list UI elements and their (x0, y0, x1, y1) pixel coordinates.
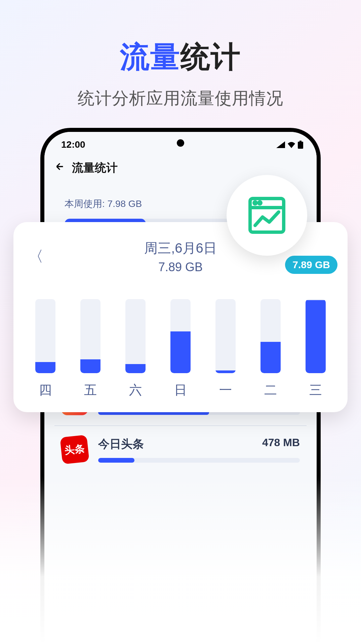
bar-chart: 四五六日一二三 (29, 294, 332, 399)
bar-column[interactable]: 六 (122, 299, 149, 399)
bar-track (80, 299, 101, 373)
bar-fill (80, 359, 101, 373)
bar-fill (125, 364, 146, 373)
app-usage-track (98, 458, 300, 463)
bar-fill (260, 342, 281, 373)
hero-title-normal: 统计 (180, 40, 241, 73)
chart-prev-button[interactable]: 〈 (29, 247, 43, 266)
status-time: 12:00 (61, 139, 85, 150)
feature-icon-circle (227, 175, 307, 256)
svg-point-7 (254, 202, 256, 204)
back-button[interactable] (54, 161, 65, 175)
bar-label: 日 (174, 382, 187, 399)
bar-track (260, 299, 281, 373)
hero-title: 流量统计 (0, 0, 361, 77)
bar-label: 五 (84, 382, 97, 399)
bar-track (215, 299, 236, 373)
app-icon-toutiao: 头条 (60, 435, 89, 464)
camera-notch (177, 139, 184, 147)
hero-title-accent: 流量 (120, 40, 180, 73)
hero-subtitle: 统计分析应用流量使用情况 (0, 87, 361, 110)
svg-rect-0 (299, 141, 302, 142)
wifi-icon (287, 141, 296, 148)
bar-column[interactable]: 二 (257, 299, 284, 399)
bar-label: 二 (264, 382, 277, 399)
bar-fill (35, 362, 55, 373)
bar-column[interactable]: 三 (302, 299, 329, 399)
chart-card: 〈 周三,6月6日 7.89 GB 7.89 GB 四五六日一二三 (13, 222, 348, 412)
bar-track (125, 299, 146, 373)
app-row[interactable]: 头条 今日头条 478 MB (54, 425, 307, 473)
bar-column[interactable]: 五 (77, 299, 104, 399)
battery-icon (298, 141, 303, 149)
bar-column[interactable]: 日 (167, 299, 194, 399)
bar-column[interactable]: 四 (32, 299, 59, 399)
bar-fill (170, 331, 191, 373)
bar-label: 四 (39, 382, 52, 399)
bar-label: 一 (219, 382, 232, 399)
app-size: 478 MB (262, 436, 300, 452)
bar-track (170, 299, 191, 373)
bar-column[interactable]: 一 (212, 299, 239, 399)
bar-fill (215, 370, 236, 373)
app-name: 今日头条 (98, 436, 144, 452)
app-usage-fill (98, 458, 134, 463)
bar-fill (306, 300, 326, 373)
bar-track (306, 299, 326, 373)
page-title: 流量统计 (72, 160, 118, 176)
bar-label: 六 (129, 382, 142, 399)
bar-track (35, 299, 55, 373)
signal-icon (276, 141, 285, 148)
chart-window-icon (245, 193, 289, 237)
selected-bar-badge: 7.89 GB (285, 256, 337, 274)
svg-point-8 (259, 202, 261, 204)
svg-rect-1 (298, 142, 303, 149)
bar-label: 三 (309, 382, 322, 399)
